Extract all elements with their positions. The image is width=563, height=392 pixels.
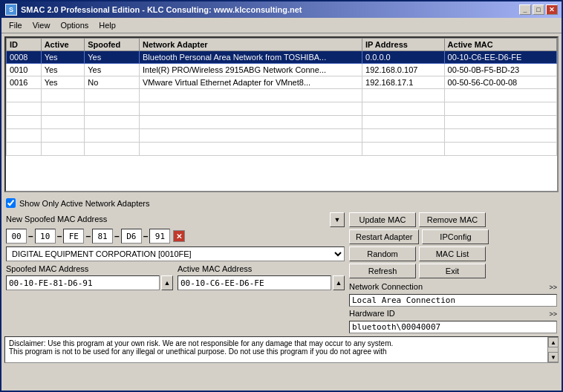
table-row[interactable]: 0010YesYesIntel(R) PRO/Wireless 2915ABG … xyxy=(7,64,557,76)
random-button[interactable]: Random xyxy=(349,246,416,261)
bottom-panel: Show Only Active Network Adapters New Sp… xyxy=(1,195,562,336)
main-window: S SMAC 2.0 Professional Edition - KLC Co… xyxy=(0,0,563,392)
active-mac-col: Active MAC Address ▲ xyxy=(178,264,345,290)
col-adapter: Network Adapter xyxy=(140,39,362,51)
table-row-empty xyxy=(7,102,557,116)
table-cell: 0008 xyxy=(7,51,42,64)
table-row-empty xyxy=(7,129,557,143)
content-area: ID Active Spoofed Network Adapter IP Add… xyxy=(1,33,562,391)
network-connection-expand[interactable]: >> xyxy=(549,284,557,291)
left-controls: New Spoofed MAC Address ▼ – – – – xyxy=(6,212,345,333)
table-cell: Bluetooth Personal Area Network from TOS… xyxy=(140,51,362,64)
col-id: ID xyxy=(7,39,42,51)
restart-adapter-button[interactable]: Restart Adapter xyxy=(349,229,419,244)
network-connection-input[interactable] xyxy=(349,294,557,307)
btn-row-4: Refresh Exit xyxy=(349,264,557,278)
refresh-button[interactable]: Refresh xyxy=(349,264,416,278)
hardware-id-label: Hardware ID xyxy=(349,309,395,318)
table-cell: VMware Virtual Ethernet Adapter for VMne… xyxy=(140,76,362,89)
mac-input-label: New Spoofed MAC Address xyxy=(6,215,107,223)
btn-row-3: Random MAC List xyxy=(349,246,557,261)
menu-view[interactable]: View xyxy=(28,19,55,31)
show-active-checkbox[interactable] xyxy=(6,198,16,208)
table-row[interactable]: 0008YesYesBluetooth Personal Area Networ… xyxy=(7,51,557,64)
spoofed-mac-label: Spoofed MAC Address xyxy=(6,264,173,273)
table-row-empty xyxy=(7,143,557,156)
network-connection-label: Network Connection xyxy=(349,282,423,291)
col-spoofed: Spoofed xyxy=(85,39,140,51)
menu-bar: File View Options Help xyxy=(1,18,562,33)
table-cell: 0.0.0.0 xyxy=(362,51,445,64)
mac-dropdown-arrow[interactable]: ▼ xyxy=(330,212,345,227)
table-row-empty xyxy=(7,116,557,129)
btn-row-1: Update MAC Remove MAC xyxy=(349,212,557,227)
ipconfig-button[interactable]: IPConfig xyxy=(422,229,489,244)
mac-seg-1[interactable] xyxy=(6,229,27,244)
oui-dropdown[interactable]: DIGITAL EQUIPMENT CORPORATION [0010FE] xyxy=(6,246,345,261)
table-cell: No xyxy=(85,76,140,89)
table-cell: Yes xyxy=(85,64,140,76)
col-ip: IP Address xyxy=(362,39,445,51)
hardware-id-expand[interactable]: >> xyxy=(549,310,557,318)
show-active-label: Show Only Active Network Adapters xyxy=(19,199,149,208)
mac-input-row: – – – – – ✕ xyxy=(6,229,345,244)
active-mac-scroll-up[interactable]: ▲ xyxy=(333,275,345,290)
mac-seg-2[interactable] xyxy=(35,229,56,244)
window-title: SMAC 2.0 Professional Edition - KLC Cons… xyxy=(21,5,302,14)
btn-row-2: Restart Adapter IPConfig xyxy=(349,229,557,244)
checkbox-row: Show Only Active Network Adapters xyxy=(6,198,557,208)
mac-seg-5[interactable] xyxy=(121,229,142,244)
disclaimer-scrollbar: ▲ ▼ xyxy=(547,337,558,362)
info-fields: Spoofed MAC Address ▲ Active MAC Address… xyxy=(6,264,345,290)
table-row[interactable]: 0016YesNoVMware Virtual Ethernet Adapter… xyxy=(7,76,557,89)
adapter-table-container: ID Active Spoofed Network Adapter IP Add… xyxy=(4,36,559,192)
menu-file[interactable]: File xyxy=(4,19,27,31)
minimize-button[interactable]: _ xyxy=(519,4,531,15)
disclaimer-line1: Disclaimer: Use this program at your own… xyxy=(9,339,554,347)
table-cell: Yes xyxy=(85,51,140,64)
table-cell: 192.168.17.1 xyxy=(362,76,445,89)
table-row-empty xyxy=(7,89,557,102)
table-cell: Intel(R) PRO/Wireless 2915ABG Network Co… xyxy=(140,64,362,76)
spoofed-mac-input[interactable] xyxy=(6,275,160,290)
scroll-up-arrow[interactable]: ▲ xyxy=(548,337,559,347)
menu-help[interactable]: Help xyxy=(94,19,120,31)
adapter-table: ID Active Spoofed Network Adapter IP Add… xyxy=(6,38,557,156)
table-cell: Yes xyxy=(41,76,85,89)
remove-mac-button[interactable]: Remove MAC xyxy=(419,212,486,227)
main-controls: New Spoofed MAC Address ▼ – – – – xyxy=(6,212,557,333)
mac-input-area: New Spoofed MAC Address ▼ – – – – xyxy=(6,212,345,244)
menu-options[interactable]: Options xyxy=(56,19,93,31)
app-icon: S xyxy=(5,4,17,16)
table-cell: 0010 xyxy=(7,64,42,76)
table-cell: Yes xyxy=(41,64,85,76)
mac-seg-4[interactable] xyxy=(92,229,113,244)
table-cell: 00-10-C6-EE-D6-FE xyxy=(444,51,556,64)
table-cell: 192.168.0.107 xyxy=(362,64,445,76)
disclaimer-line2: This program is not to be used for any i… xyxy=(9,347,554,356)
mac-seg-3[interactable] xyxy=(63,229,84,244)
spoofed-mac-scroll-up[interactable]: ▲ xyxy=(161,275,173,290)
spoofed-mac-col: Spoofed MAC Address ▲ xyxy=(6,264,173,290)
mac-list-button[interactable]: MAC List xyxy=(419,246,486,261)
scroll-down-arrow[interactable]: ▼ xyxy=(548,352,559,362)
table-cell: 0016 xyxy=(7,76,42,89)
title-bar: S SMAC 2.0 Professional Edition - KLC Co… xyxy=(1,1,562,18)
oui-dropdown-row: DIGITAL EQUIPMENT CORPORATION [0010FE] xyxy=(6,246,345,261)
close-button[interactable]: ✕ xyxy=(546,4,558,15)
col-mac: Active MAC xyxy=(444,39,556,51)
hardware-id-input[interactable] xyxy=(349,321,557,333)
maximize-button[interactable]: □ xyxy=(533,4,544,15)
active-mac-input[interactable] xyxy=(178,275,331,290)
active-mac-label: Active MAC Address xyxy=(178,264,345,273)
exit-button[interactable]: Exit xyxy=(419,264,486,278)
table-cell: Yes xyxy=(41,51,85,64)
col-active: Active xyxy=(41,39,85,51)
table-cell: 00-50-56-C0-00-08 xyxy=(444,76,556,89)
mac-seg-6[interactable] xyxy=(149,229,170,244)
update-mac-button[interactable]: Update MAC xyxy=(349,212,416,227)
table-cell: 00-50-0B-F5-BD-23 xyxy=(444,64,556,76)
mac-clear-button[interactable]: ✕ xyxy=(173,230,185,242)
right-buttons: Update MAC Remove MAC Restart Adapter IP… xyxy=(349,212,557,333)
disclaimer-box: Disclaimer: Use this program at your own… xyxy=(4,336,559,363)
